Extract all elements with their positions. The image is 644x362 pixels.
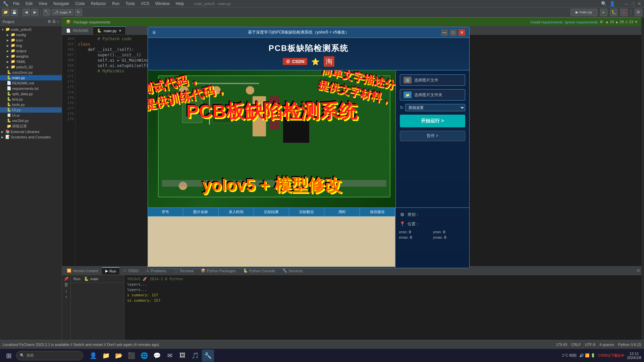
tab-readme[interactable]: 📄 README — [62, 26, 93, 35]
close-btn[interactable]: ✕ — [459, 29, 465, 36]
tree-item-test[interactable]: 🐍 test.py — [0, 97, 62, 102]
menu-file[interactable]: File — [10, 1, 22, 7]
taskbar-app-chat[interactable]: 💬 — [151, 350, 163, 362]
python-version[interactable]: Python 3.8 (2) — [618, 343, 641, 347]
taskbar-app-files[interactable]: 📁 — [100, 350, 112, 362]
tab-version-control[interactable]: 🔀 Version Control — [63, 267, 101, 275]
save-btn[interactable]: 💾 — [11, 9, 18, 16]
run-big-btn[interactable]: 开始运行 > — [400, 115, 465, 127]
tab-main-py[interactable]: 🐍 main.py ✕ — [93, 26, 126, 35]
taskbar-app-music[interactable]: 🎵 — [189, 350, 201, 362]
tree-item-scratches[interactable]: ▶ 📝 Scratches and Consoles — [0, 134, 62, 140]
error-chevron-icon[interactable]: ▾ — [635, 20, 637, 24]
open-folder-btn[interactable]: 📁 — [2, 9, 9, 16]
stop-btn[interactable]: 暂停 > — [400, 131, 465, 141]
menu-code[interactable]: Code — [72, 1, 88, 7]
run-btn[interactable]: ▶ — [600, 9, 607, 16]
encoding[interactable]: UTF-8 — [585, 343, 595, 347]
tree-item-config[interactable]: ▶ 📁 config — [0, 32, 62, 38]
arrow-down-icon[interactable]: ↓ — [65, 289, 67, 293]
shop-icon: 淘 — [324, 56, 334, 67]
taskbar-app-photo[interactable]: 🖼 — [176, 350, 189, 362]
search-icon[interactable]: 🔍 — [601, 1, 607, 6]
tree-item-training[interactable]: 📁 训练记录 — [0, 123, 62, 129]
tree-item-external[interactable]: ▶ 📚 External Libraries — [0, 129, 62, 134]
tree-item-weights[interactable]: ▶ 📁 weights — [0, 54, 62, 59]
menu-window[interactable]: Window — [153, 1, 172, 7]
menu-view[interactable]: View — [36, 1, 50, 7]
sidebar-layout-icon[interactable]: ☰ — [52, 19, 56, 24]
pin-icon[interactable]: 📌 — [64, 277, 69, 281]
tree-item-split[interactable]: 🐍 split_data.py — [0, 91, 62, 97]
tree-item-output[interactable]: ▶ 📁 output — [0, 48, 62, 54]
taskbar-app-user[interactable]: 👤 — [87, 350, 99, 362]
tree-item-ui-py[interactable]: 🐍 UI.py — [0, 107, 62, 113]
taskbar-app-cmd[interactable]: ⬛ — [125, 350, 138, 362]
build-btn[interactable]: 🔨 — [43, 9, 50, 16]
sidebar-collapse-icon[interactable]: − — [57, 19, 59, 24]
model-dropdown[interactable]: 阶段设置 — [405, 104, 465, 111]
tab-close-icon[interactable]: ✕ — [119, 29, 121, 33]
select-folder-btn[interactable]: 📁 选择图片文件夹 — [400, 89, 465, 101]
menu-tools[interactable]: Tools — [123, 1, 138, 7]
tree-item-readme[interactable]: 📄 README.md — [0, 80, 62, 86]
run-config-btn[interactable]: ▶ main.py — [571, 9, 597, 16]
tree-item-coco2voc[interactable]: 🐍 coco2voc.py — [0, 70, 62, 75]
menu-navigate[interactable]: Navigate — [51, 1, 72, 7]
close-icon[interactable]: ✕ — [637, 1, 641, 6]
tab-todo[interactable]: ✓ TODO — [120, 267, 142, 275]
menu-vcs[interactable]: VCS — [138, 1, 152, 7]
forward-btn[interactable]: ▶ — [31, 9, 39, 16]
tree-item-img[interactable]: ▶ 📁 img — [0, 43, 62, 48]
crlf[interactable]: CRLF — [571, 343, 581, 347]
settings-icon[interactable]: ⚙ — [600, 20, 603, 24]
sidebar-settings-icon[interactable]: ⚙ — [48, 19, 51, 24]
arrow-up-icon[interactable]: ↑ — [65, 295, 67, 299]
restore-icon[interactable]: □ — [632, 1, 635, 6]
time-display: 12:11 — [627, 352, 641, 356]
tree-item-ui-ui[interactable]: 📋 Ui.ui — [0, 113, 62, 118]
branch-selector[interactable]: ⎇ main ▾ — [52, 9, 73, 15]
minimize-btn[interactable]: — — [441, 29, 448, 36]
menu-refactor[interactable]: Refactor — [88, 1, 109, 7]
taskbar-app-folder2[interactable]: 📂 — [113, 350, 125, 362]
layout-icon[interactable]: ☰ — [64, 283, 68, 287]
settings-btn[interactable]: ⚙ — [635, 9, 642, 16]
profile-icon[interactable]: 👤 — [609, 1, 615, 6]
menu-run[interactable]: Run — [109, 1, 122, 7]
taskbar-search[interactable]: 🔍 搜索 — [16, 351, 83, 360]
notification-bar: 📦 Package requirements Install requireme… — [62, 17, 641, 26]
windows-start-btn[interactable]: ⊞ — [3, 350, 15, 362]
settings-gear-icon[interactable]: ⚙ — [637, 268, 640, 273]
tree-item-icon[interactable]: ▶ 📁 icon — [0, 38, 62, 43]
tree-item-voc2txt[interactable]: 🐍 voc2txt.py — [0, 118, 62, 123]
taskbar-app-pycharm[interactable]: 🔧 — [202, 350, 214, 362]
tab-run[interactable]: ▶ Run — [102, 267, 119, 275]
minimize-icon[interactable]: — — [625, 1, 629, 6]
tree-item-main[interactable]: 🐍 main.py — [0, 75, 62, 80]
stop-btn[interactable]: ■ — [620, 9, 628, 16]
taskbar-app-chrome[interactable]: 🌐 — [138, 350, 150, 362]
xmin-item: xmin: 0 — [399, 230, 432, 234]
tab-readme-label: README — [73, 28, 89, 33]
refresh-btn[interactable]: ↻ — [75, 9, 82, 16]
line-col: 175:43 — [556, 343, 567, 347]
menu-help[interactable]: Help — [173, 1, 187, 7]
services-icon: 🔧 — [282, 268, 287, 273]
menu-edit[interactable]: Edit — [23, 1, 35, 7]
right-scrollbar[interactable] — [641, 17, 644, 340]
taskbar-app-mail[interactable]: ✉ — [164, 350, 176, 362]
tree-item-yolov5[interactable]: ▶ 📁 yolov5_62 — [0, 64, 62, 70]
spaces[interactable]: 4 spaces — [599, 343, 614, 347]
tree-item-yaml[interactable]: ▶ 📁 YAML — [0, 59, 62, 64]
debug-btn[interactable]: 🐛 — [610, 9, 618, 16]
select-image-btn[interactable]: 🖼 选择图片文件 — [400, 74, 465, 86]
ignore-requirements-btn[interactable]: Ignore requirements — [565, 20, 598, 24]
maximize-btn[interactable]: □ — [450, 29, 457, 36]
back-btn[interactable]: ◀ — [22, 9, 30, 16]
tree-label: coco2voc.py — [12, 70, 33, 74]
tree-item-root[interactable]: ▼ 📁 code_yolov5 — [0, 27, 62, 32]
tree-item-tools[interactable]: 🐍 tools.py — [0, 102, 62, 107]
install-requirements-btn[interactable]: Install requirements — [531, 20, 563, 24]
tree-item-requirements[interactable]: 📄 requirements.txt — [0, 86, 62, 91]
